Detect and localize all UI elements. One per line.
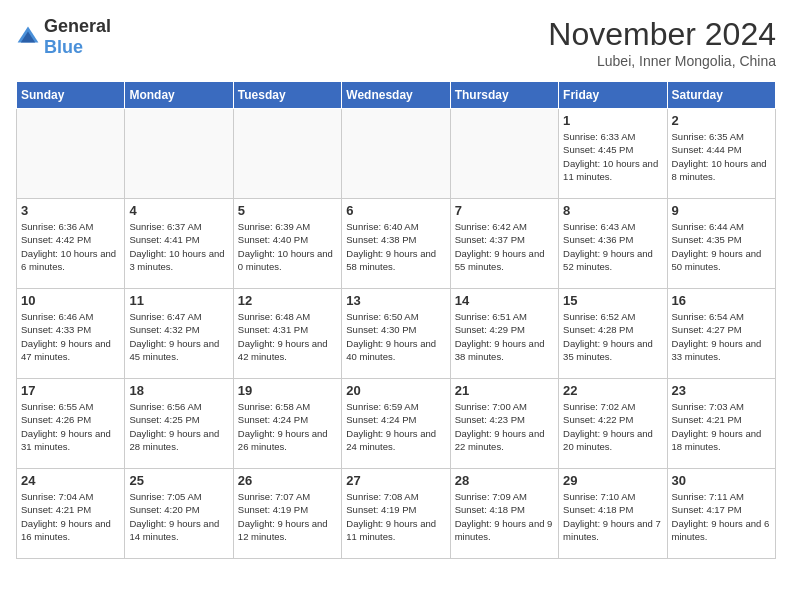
calendar-cell: 29Sunrise: 7:10 AM Sunset: 4:18 PM Dayli…: [559, 469, 667, 559]
day-info: Sunrise: 6:55 AM Sunset: 4:26 PM Dayligh…: [21, 400, 120, 453]
day-info: Sunrise: 6:39 AM Sunset: 4:40 PM Dayligh…: [238, 220, 337, 273]
calendar-cell: 7Sunrise: 6:42 AM Sunset: 4:37 PM Daylig…: [450, 199, 558, 289]
day-info: Sunrise: 6:46 AM Sunset: 4:33 PM Dayligh…: [21, 310, 120, 363]
day-info: Sunrise: 6:43 AM Sunset: 4:36 PM Dayligh…: [563, 220, 662, 273]
day-number: 1: [563, 113, 662, 128]
calendar-cell: 2Sunrise: 6:35 AM Sunset: 4:44 PM Daylig…: [667, 109, 775, 199]
day-number: 14: [455, 293, 554, 308]
calendar-cell: 23Sunrise: 7:03 AM Sunset: 4:21 PM Dayli…: [667, 379, 775, 469]
logo-text-general: General: [44, 16, 111, 36]
logo: General Blue: [16, 16, 111, 58]
calendar-cell: 20Sunrise: 6:59 AM Sunset: 4:24 PM Dayli…: [342, 379, 450, 469]
calendar-cell: 9Sunrise: 6:44 AM Sunset: 4:35 PM Daylig…: [667, 199, 775, 289]
week-row-5: 24Sunrise: 7:04 AM Sunset: 4:21 PM Dayli…: [17, 469, 776, 559]
calendar-cell: 6Sunrise: 6:40 AM Sunset: 4:38 PM Daylig…: [342, 199, 450, 289]
day-number: 16: [672, 293, 771, 308]
day-info: Sunrise: 6:44 AM Sunset: 4:35 PM Dayligh…: [672, 220, 771, 273]
calendar-cell: [125, 109, 233, 199]
day-info: Sunrise: 7:04 AM Sunset: 4:21 PM Dayligh…: [21, 490, 120, 543]
weekday-header-tuesday: Tuesday: [233, 82, 341, 109]
calendar-cell: 12Sunrise: 6:48 AM Sunset: 4:31 PM Dayli…: [233, 289, 341, 379]
calendar-cell: [17, 109, 125, 199]
day-info: Sunrise: 6:54 AM Sunset: 4:27 PM Dayligh…: [672, 310, 771, 363]
day-info: Sunrise: 6:51 AM Sunset: 4:29 PM Dayligh…: [455, 310, 554, 363]
day-info: Sunrise: 7:07 AM Sunset: 4:19 PM Dayligh…: [238, 490, 337, 543]
day-info: Sunrise: 6:36 AM Sunset: 4:42 PM Dayligh…: [21, 220, 120, 273]
day-number: 13: [346, 293, 445, 308]
calendar-cell: [342, 109, 450, 199]
calendar-cell: 4Sunrise: 6:37 AM Sunset: 4:41 PM Daylig…: [125, 199, 233, 289]
day-number: 21: [455, 383, 554, 398]
weekday-header-saturday: Saturday: [667, 82, 775, 109]
day-number: 8: [563, 203, 662, 218]
day-info: Sunrise: 6:42 AM Sunset: 4:37 PM Dayligh…: [455, 220, 554, 273]
weekday-header-thursday: Thursday: [450, 82, 558, 109]
calendar-cell: 22Sunrise: 7:02 AM Sunset: 4:22 PM Dayli…: [559, 379, 667, 469]
logo-icon: [16, 25, 40, 49]
calendar-cell: 26Sunrise: 7:07 AM Sunset: 4:19 PM Dayli…: [233, 469, 341, 559]
weekday-header-sunday: Sunday: [17, 82, 125, 109]
calendar-cell: 15Sunrise: 6:52 AM Sunset: 4:28 PM Dayli…: [559, 289, 667, 379]
day-info: Sunrise: 6:47 AM Sunset: 4:32 PM Dayligh…: [129, 310, 228, 363]
calendar-cell: 27Sunrise: 7:08 AM Sunset: 4:19 PM Dayli…: [342, 469, 450, 559]
day-number: 10: [21, 293, 120, 308]
logo-text-blue: Blue: [44, 37, 83, 57]
day-number: 24: [21, 473, 120, 488]
week-row-2: 3Sunrise: 6:36 AM Sunset: 4:42 PM Daylig…: [17, 199, 776, 289]
day-info: Sunrise: 7:09 AM Sunset: 4:18 PM Dayligh…: [455, 490, 554, 543]
day-number: 29: [563, 473, 662, 488]
day-info: Sunrise: 6:35 AM Sunset: 4:44 PM Dayligh…: [672, 130, 771, 183]
day-info: Sunrise: 7:10 AM Sunset: 4:18 PM Dayligh…: [563, 490, 662, 543]
title-area: November 2024 Lubei, Inner Mongolia, Chi…: [548, 16, 776, 69]
day-info: Sunrise: 7:03 AM Sunset: 4:21 PM Dayligh…: [672, 400, 771, 453]
day-number: 6: [346, 203, 445, 218]
day-number: 27: [346, 473, 445, 488]
day-number: 17: [21, 383, 120, 398]
day-info: Sunrise: 6:56 AM Sunset: 4:25 PM Dayligh…: [129, 400, 228, 453]
weekday-header-wednesday: Wednesday: [342, 82, 450, 109]
calendar-cell: 25Sunrise: 7:05 AM Sunset: 4:20 PM Dayli…: [125, 469, 233, 559]
day-number: 18: [129, 383, 228, 398]
week-row-3: 10Sunrise: 6:46 AM Sunset: 4:33 PM Dayli…: [17, 289, 776, 379]
day-info: Sunrise: 6:58 AM Sunset: 4:24 PM Dayligh…: [238, 400, 337, 453]
day-info: Sunrise: 6:59 AM Sunset: 4:24 PM Dayligh…: [346, 400, 445, 453]
day-info: Sunrise: 7:02 AM Sunset: 4:22 PM Dayligh…: [563, 400, 662, 453]
day-number: 19: [238, 383, 337, 398]
day-number: 4: [129, 203, 228, 218]
week-row-4: 17Sunrise: 6:55 AM Sunset: 4:26 PM Dayli…: [17, 379, 776, 469]
day-number: 28: [455, 473, 554, 488]
calendar-cell: 18Sunrise: 6:56 AM Sunset: 4:25 PM Dayli…: [125, 379, 233, 469]
calendar-cell: [233, 109, 341, 199]
day-number: 22: [563, 383, 662, 398]
header: General Blue November 2024 Lubei, Inner …: [16, 16, 776, 69]
day-info: Sunrise: 6:37 AM Sunset: 4:41 PM Dayligh…: [129, 220, 228, 273]
day-info: Sunrise: 7:08 AM Sunset: 4:19 PM Dayligh…: [346, 490, 445, 543]
day-info: Sunrise: 7:00 AM Sunset: 4:23 PM Dayligh…: [455, 400, 554, 453]
day-number: 12: [238, 293, 337, 308]
day-number: 25: [129, 473, 228, 488]
week-row-1: 1Sunrise: 6:33 AM Sunset: 4:45 PM Daylig…: [17, 109, 776, 199]
calendar-cell: 13Sunrise: 6:50 AM Sunset: 4:30 PM Dayli…: [342, 289, 450, 379]
calendar-cell: 16Sunrise: 6:54 AM Sunset: 4:27 PM Dayli…: [667, 289, 775, 379]
day-info: Sunrise: 6:52 AM Sunset: 4:28 PM Dayligh…: [563, 310, 662, 363]
day-info: Sunrise: 6:33 AM Sunset: 4:45 PM Dayligh…: [563, 130, 662, 183]
calendar-cell: 28Sunrise: 7:09 AM Sunset: 4:18 PM Dayli…: [450, 469, 558, 559]
day-number: 9: [672, 203, 771, 218]
calendar-cell: 5Sunrise: 6:39 AM Sunset: 4:40 PM Daylig…: [233, 199, 341, 289]
day-number: 7: [455, 203, 554, 218]
day-number: 11: [129, 293, 228, 308]
calendar-table: SundayMondayTuesdayWednesdayThursdayFrid…: [16, 81, 776, 559]
day-number: 26: [238, 473, 337, 488]
calendar-cell: 1Sunrise: 6:33 AM Sunset: 4:45 PM Daylig…: [559, 109, 667, 199]
day-number: 5: [238, 203, 337, 218]
weekday-header-friday: Friday: [559, 82, 667, 109]
day-info: Sunrise: 6:48 AM Sunset: 4:31 PM Dayligh…: [238, 310, 337, 363]
day-number: 2: [672, 113, 771, 128]
day-info: Sunrise: 6:50 AM Sunset: 4:30 PM Dayligh…: [346, 310, 445, 363]
day-number: 23: [672, 383, 771, 398]
calendar-cell: 14Sunrise: 6:51 AM Sunset: 4:29 PM Dayli…: [450, 289, 558, 379]
day-info: Sunrise: 6:40 AM Sunset: 4:38 PM Dayligh…: [346, 220, 445, 273]
calendar-cell: [450, 109, 558, 199]
calendar-cell: 24Sunrise: 7:04 AM Sunset: 4:21 PM Dayli…: [17, 469, 125, 559]
calendar-cell: 30Sunrise: 7:11 AM Sunset: 4:17 PM Dayli…: [667, 469, 775, 559]
